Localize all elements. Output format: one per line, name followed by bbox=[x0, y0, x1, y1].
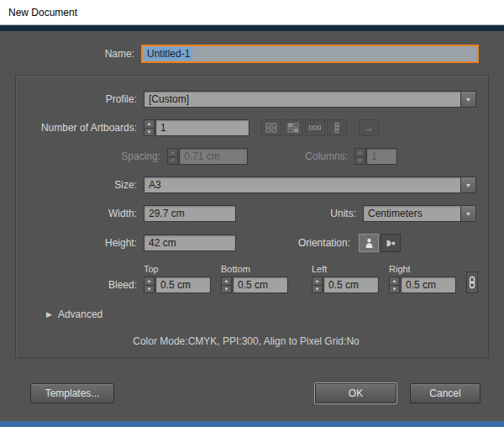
artboards-input[interactable]: 1 bbox=[155, 119, 249, 136]
units-label: Units: bbox=[330, 208, 363, 219]
chevron-down-icon[interactable]: ▼ bbox=[460, 206, 475, 221]
bleed-left-label: Left bbox=[312, 264, 379, 274]
chevron-down-icon[interactable]: ▼ bbox=[460, 92, 475, 107]
units-dropdown[interactable]: Centimeters ▼ bbox=[363, 205, 476, 222]
bleed-top-input[interactable]: 0.5 cm bbox=[155, 277, 211, 293]
stepper-up-icon[interactable]: ▲ bbox=[312, 277, 323, 286]
size-value: A3 bbox=[144, 179, 460, 191]
profile-row: Profile: [Custom] ▼ bbox=[16, 91, 476, 108]
disclosure-triangle-icon[interactable]: ▶ bbox=[46, 310, 52, 319]
orientation-buttons bbox=[357, 234, 401, 252]
spacing-input: 0.71 cm bbox=[179, 148, 248, 165]
new-document-dialog: New Document Name: Untitled-1 Profile: [… bbox=[0, 0, 504, 427]
bleed-top-stepper[interactable]: ▲ ▼ bbox=[144, 277, 155, 293]
document-info-text: Color Mode:CMYK, PPI:300, Align to Pixel… bbox=[16, 335, 476, 347]
stepper-down-icon[interactable]: ▼ bbox=[144, 286, 155, 294]
stepper-down-icon[interactable]: ▼ bbox=[221, 286, 232, 294]
landscape-icon bbox=[386, 238, 396, 249]
width-value: 29.7 cm bbox=[149, 208, 185, 219]
portrait-icon bbox=[365, 238, 374, 249]
bleed-top-label: Top bbox=[144, 264, 211, 274]
name-label: Name: bbox=[13, 48, 141, 60]
columns-input: 1 bbox=[366, 148, 397, 165]
link-bleed-values-button[interactable] bbox=[466, 271, 478, 293]
orientation-label: Orientation: bbox=[298, 237, 357, 249]
window-edge-bottom bbox=[0, 421, 504, 427]
stepper-down-icon[interactable]: ▼ bbox=[389, 286, 400, 294]
window-edge-top bbox=[0, 25, 504, 31]
chevron-down-icon[interactable]: ▼ bbox=[460, 177, 475, 192]
bleed-right-label: Right bbox=[389, 264, 456, 274]
width-row: Width: 29.7 cm Units: Centimeters ▼ bbox=[16, 205, 476, 222]
advanced-toggle[interactable]: ▶ Advanced bbox=[16, 308, 476, 320]
window-title: New Document bbox=[8, 7, 77, 18]
templates-button[interactable]: Templates... bbox=[30, 383, 114, 403]
profile-dropdown[interactable]: [Custom] ▼ bbox=[144, 91, 476, 108]
spacing-label: Spacing: bbox=[16, 150, 167, 162]
bleed-label: Bleed: bbox=[16, 277, 144, 293]
bleed-bottom-label: Bottom bbox=[221, 264, 288, 274]
bleed-bottom-stepper[interactable]: ▲ ▼ bbox=[221, 277, 232, 293]
arrange-by-row-icon[interactable] bbox=[305, 119, 325, 136]
height-value: 42 cm bbox=[149, 237, 176, 249]
name-row: Name: Untitled-1 bbox=[13, 45, 491, 63]
stepper-up-icon: ▲ bbox=[354, 148, 365, 157]
stepper-down-icon: ▼ bbox=[354, 157, 365, 166]
width-label: Width: bbox=[16, 208, 144, 219]
stepper-down-icon[interactable]: ▼ bbox=[144, 129, 155, 137]
bleed-bottom-input[interactable]: 0.5 cm bbox=[233, 277, 288, 293]
height-input[interactable]: 42 cm bbox=[144, 235, 236, 251]
units-value: Centimeters bbox=[364, 208, 460, 219]
artboard-layout-buttons bbox=[261, 119, 349, 136]
stepper-down-icon[interactable]: ▼ bbox=[312, 286, 323, 294]
bleed-right-stepper[interactable]: ▲ ▼ bbox=[389, 277, 400, 293]
size-row: Size: A3 ▼ bbox=[16, 177, 476, 193]
spacing-stepper: ▲ ▼ bbox=[167, 148, 178, 165]
artboards-value: 1 bbox=[160, 122, 166, 134]
size-dropdown[interactable]: A3 ▼ bbox=[144, 177, 476, 193]
cancel-button[interactable]: Cancel bbox=[410, 383, 480, 403]
grid-by-column-icon[interactable] bbox=[283, 119, 303, 136]
stepper-up-icon[interactable]: ▲ bbox=[144, 277, 155, 286]
spacing-row: Spacing: ▲ ▼ 0.71 cm Columns: ▲ ▼ 1 bbox=[16, 148, 476, 165]
bleed-left-group: Left ▲ ▼ 0.5 cm bbox=[312, 264, 379, 293]
stepper-up-icon[interactable]: ▲ bbox=[221, 277, 232, 286]
name-input[interactable]: Untitled-1 bbox=[141, 45, 479, 63]
document-settings-group: Profile: [Custom] ▼ Number of Artboards:… bbox=[15, 75, 489, 358]
stepper-up-icon[interactable]: ▲ bbox=[144, 119, 155, 129]
change-arrange-direction-button[interactable]: → bbox=[359, 119, 379, 136]
bleed-left-stepper[interactable]: ▲ ▼ bbox=[312, 277, 323, 293]
bleed-right-input[interactable]: 0.5 cm bbox=[401, 277, 456, 293]
bleed-left-value: 0.5 cm bbox=[328, 279, 359, 291]
bleed-left-input[interactable]: 0.5 cm bbox=[323, 277, 379, 293]
bleed-top-group: Top ▲ ▼ 0.5 cm bbox=[144, 264, 211, 293]
bleed-bottom-group: Bottom ▲ ▼ 0.5 cm bbox=[221, 264, 288, 293]
columns-label: Columns: bbox=[305, 150, 354, 162]
bleed-row: Bleed: Top ▲ ▼ 0.5 cm Bottom bbox=[16, 264, 476, 293]
artboards-stepper[interactable]: ▲ ▼ bbox=[144, 119, 155, 136]
arrange-by-column-icon[interactable] bbox=[327, 119, 347, 136]
size-label: Size: bbox=[16, 179, 144, 191]
profile-label: Profile: bbox=[16, 93, 144, 105]
stepper-up-icon: ▲ bbox=[167, 148, 178, 157]
bleed-bottom-value: 0.5 cm bbox=[238, 279, 268, 291]
portrait-orientation-button[interactable] bbox=[359, 234, 379, 252]
spacing-combo: ▲ ▼ 0.71 cm bbox=[167, 148, 248, 165]
artboards-label: Number of Artboards: bbox=[16, 122, 144, 134]
bleed-right-group: Right ▲ ▼ 0.5 cm bbox=[389, 264, 456, 293]
stepper-up-icon[interactable]: ▲ bbox=[389, 277, 400, 286]
profile-value: [Custom] bbox=[144, 93, 460, 105]
name-value-selected: Untitled-1 bbox=[144, 47, 192, 61]
width-input[interactable]: 29.7 cm bbox=[144, 205, 236, 222]
columns-combo: ▲ ▼ 1 bbox=[354, 148, 397, 165]
chain-link-icon bbox=[467, 276, 477, 289]
right-arrow-icon: → bbox=[364, 122, 374, 134]
spacing-value: 0.71 cm bbox=[184, 150, 220, 162]
bleed-right-value: 0.5 cm bbox=[406, 279, 436, 291]
grid-by-row-icon[interactable] bbox=[261, 119, 281, 136]
landscape-orientation-button[interactable] bbox=[381, 234, 401, 252]
ok-button[interactable]: OK bbox=[315, 383, 396, 403]
dialog-footer: Templates... OK Cancel bbox=[13, 383, 491, 403]
artboards-row: Number of Artboards: ▲ ▼ 1 bbox=[16, 119, 476, 136]
dialog-content: Name: Untitled-1 Profile: [Custom] ▼ Num… bbox=[0, 45, 504, 403]
